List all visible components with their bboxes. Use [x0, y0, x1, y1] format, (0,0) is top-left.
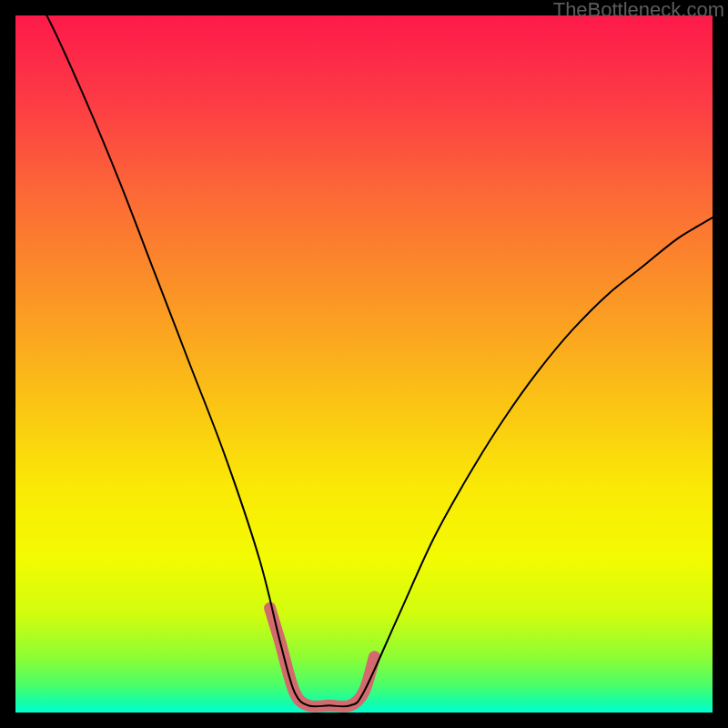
svg-rect-0: [15, 15, 713, 713]
background-gradient: [15, 15, 713, 713]
chart-frame: TheBottleneck.com: [0, 0, 728, 728]
plot-area: [15, 15, 713, 713]
watermark-text: TheBottleneck.com: [553, 0, 724, 22]
